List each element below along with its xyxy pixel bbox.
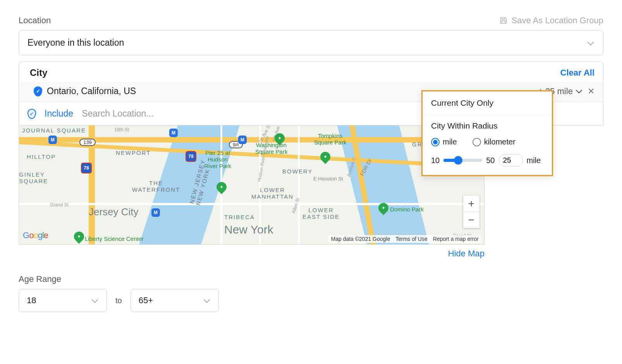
- metro-icon: [169, 129, 178, 137]
- unit-km-radio[interactable]: kilometer: [473, 137, 515, 146]
- within-radius-label: City Within Radius: [423, 115, 552, 133]
- map-label: NEWPORT: [116, 149, 151, 156]
- map-label: Liberty Science Center: [85, 235, 144, 242]
- location-scope-dropdown[interactable]: Everyone in this location: [19, 30, 603, 55]
- map-label: Domino Park: [390, 206, 424, 213]
- age-min-value: 18: [27, 295, 36, 306]
- include-toggle[interactable]: Include: [45, 108, 73, 119]
- google-logo: Google: [23, 230, 48, 240]
- map-attribution: Map data ©2021 Google Terms of Use Repor…: [328, 235, 481, 243]
- unit-km-label: kilometer: [484, 137, 515, 146]
- slider-thumb[interactable]: [454, 156, 462, 165]
- slider-max-label: 50: [486, 156, 495, 165]
- terms-link[interactable]: Terms of Use: [395, 236, 427, 242]
- age-to-label: to: [115, 296, 122, 305]
- selected-city-name: Ontario, California, US: [47, 86, 136, 96]
- radio-checked-icon: [431, 138, 440, 146]
- map-label: JOURNAL SQUARE: [22, 127, 86, 134]
- map-label: HILLTOP: [27, 153, 56, 160]
- interstate-shield-icon: 78: [81, 163, 92, 173]
- age-max-value: 65+: [139, 295, 153, 306]
- map-label: GR: [412, 141, 423, 148]
- radius-value-input[interactable]: [499, 154, 523, 167]
- clear-all-link[interactable]: Clear All: [560, 68, 595, 78]
- route-badge: 139: [79, 139, 96, 146]
- radius-popover: Current City Only City Within Radius mil…: [421, 90, 553, 176]
- map-label: Grand St: [50, 202, 69, 208]
- location-label: Location: [19, 15, 51, 26]
- unit-mile-label: mile: [443, 137, 457, 146]
- map-label: LOWER MANHATTAN: [251, 187, 294, 200]
- map-label: Jersey City: [89, 206, 139, 218]
- chevron-down-icon: [92, 297, 98, 303]
- map-label: TRIBECA: [224, 214, 255, 220]
- age-max-dropdown[interactable]: 65+: [131, 289, 219, 312]
- zoom-in-button[interactable]: +: [463, 196, 479, 212]
- metro-icon: [48, 136, 57, 144]
- current-city-option[interactable]: Current City Only: [423, 91, 552, 115]
- unit-mile-radio[interactable]: mile: [431, 137, 457, 146]
- save-location-group-button[interactable]: Save As Location Group: [499, 15, 603, 26]
- map-label: BOWERY: [282, 168, 313, 175]
- map-label: THE WATERFRONT: [132, 180, 180, 193]
- chevron-down-icon: [576, 87, 582, 93]
- map-label: GINLEY SQUARE: [19, 171, 48, 184]
- location-scope-value: Everyone in this location: [27, 38, 124, 48]
- map-label: Washington Square Park: [255, 142, 287, 155]
- shield-check-icon: [34, 86, 42, 96]
- chevron-down-icon: [588, 39, 594, 45]
- hide-map-link[interactable]: Hide Map: [448, 249, 485, 258]
- chevron-down-icon: [203, 297, 210, 303]
- metro-icon: [151, 208, 160, 217]
- zoom-out-button[interactable]: −: [463, 212, 479, 228]
- map-label: LOWER EAST SIDE: [302, 207, 340, 220]
- report-error-link[interactable]: Report a map error: [433, 236, 479, 242]
- city-panel-title: City: [30, 67, 47, 78]
- map[interactable]: JOURNAL SQUARE HILLTOP GINLEY SQUARE NEW…: [19, 125, 485, 245]
- slider-min-label: 10: [431, 156, 440, 165]
- map-label: Tompkins Square Park: [314, 132, 346, 146]
- map-label: 18th St: [114, 127, 129, 132]
- zoom-controls: + −: [463, 196, 479, 228]
- radius-slider[interactable]: [443, 159, 482, 162]
- metro-icon: [238, 136, 247, 144]
- shield-check-outline-icon: [27, 109, 36, 119]
- remove-city-button[interactable]: ✕: [588, 86, 595, 96]
- radio-unchecked-icon: [473, 138, 481, 146]
- map-data-label: Map data ©2021 Google: [331, 236, 390, 242]
- map-label: New York: [224, 223, 273, 236]
- save-icon: [499, 16, 508, 25]
- interstate-shield-icon: 78: [186, 151, 196, 162]
- radius-unit-label: mile: [527, 156, 541, 165]
- save-location-group-label: Save As Location Group: [512, 15, 603, 26]
- age-min-dropdown[interactable]: 18: [19, 289, 107, 312]
- map-label: E Houston St: [313, 176, 343, 182]
- age-range-label: Age Range: [19, 274, 603, 284]
